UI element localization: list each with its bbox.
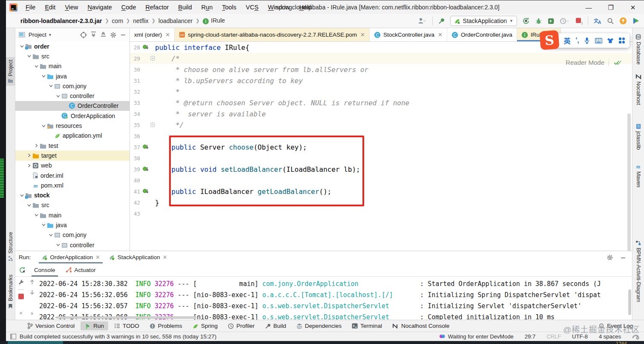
ime-toolbox-icon[interactable] xyxy=(619,38,625,43)
console-settings-wrench-icon[interactable] xyxy=(18,279,24,286)
menu-code[interactable]: Code xyxy=(118,2,140,12)
expand-all-icon[interactable] xyxy=(90,32,97,38)
caret-position[interactable]: 29:7 xyxy=(525,333,535,340)
tree-node-java[interactable]: java xyxy=(15,71,129,81)
translate-icon[interactable]: 文A xyxy=(593,17,602,25)
close-tab-icon[interactable]: ✕ xyxy=(438,32,443,38)
editor-tab[interactable]: COrderController.java xyxy=(447,28,517,41)
tool-stripe-structure[interactable]: Structure xyxy=(6,229,15,263)
impl-icon[interactable] xyxy=(143,166,149,172)
hide-panel-icon[interactable] xyxy=(120,32,126,38)
breadcrumb-item[interactable]: ribbon-loadbalancer-2.3.0.jar xyxy=(20,17,102,24)
minimize-button[interactable]: — xyxy=(578,0,600,14)
code-line-36[interactable]: 36 xyxy=(130,130,632,142)
tree-node-order-iml[interactable]: order.iml xyxy=(15,171,129,180)
menu-vcs[interactable]: VCS xyxy=(242,2,262,12)
close-tab-icon[interactable]: ✕ xyxy=(95,254,100,260)
toolwindow-button-terminal[interactable]: Terminal xyxy=(348,321,386,330)
close-tab-icon[interactable]: ✕ xyxy=(163,254,167,260)
tree-node-web[interactable]: web xyxy=(15,161,129,171)
close-button[interactable]: ✕ xyxy=(622,0,644,14)
ime-microphone-icon[interactable] xyxy=(584,37,590,44)
tree-node-resources[interactable]: resources xyxy=(15,121,129,130)
editor-tab[interactable]: CStockController.java✕ xyxy=(370,28,447,41)
code-line-34[interactable]: 34 * server is available xyxy=(130,108,632,119)
tree-node-order[interactable]: order xyxy=(15,41,129,51)
tree-node-ordercontroller[interactable]: COrderController xyxy=(15,101,129,111)
code-line-29[interactable]: 29 /* xyxy=(130,53,632,64)
console-stop-icon[interactable] xyxy=(18,294,24,299)
project-panel-title[interactable]: Project▼ xyxy=(29,32,52,38)
tool-stripe-jclasslib[interactable]: jclasslib xyxy=(632,121,644,153)
devmode-logo-icon[interactable] xyxy=(632,17,640,25)
tree-node-com-jony[interactable]: com.jony xyxy=(15,81,129,91)
sogou-logo-icon[interactable]: S xyxy=(540,30,560,50)
tree-node-main[interactable]: main xyxy=(15,61,129,71)
tool-stripe-bookmarks[interactable]: Bookmarks xyxy=(6,272,15,311)
settings-gear-icon[interactable] xyxy=(110,32,117,38)
menu-edit[interactable]: Edit xyxy=(41,2,59,12)
tree-node-com-jony[interactable]: com.jony xyxy=(15,230,129,240)
coverage-button[interactable] xyxy=(547,17,555,25)
editor-tab[interactable]: xml (order)✕ xyxy=(130,28,175,41)
menu-file[interactable]: File xyxy=(22,2,39,12)
menu-run[interactable]: Run xyxy=(198,2,217,12)
run-configuration-select[interactable]: StackApplication ▼ xyxy=(450,16,517,26)
toolwindow-button-version-control[interactable]: Version Control xyxy=(23,321,79,330)
breadcrumb-item[interactable]: netflix xyxy=(133,17,149,24)
build-hammer-icon[interactable] xyxy=(438,17,445,25)
toolwindow-button-spring[interactable]: Spring xyxy=(188,321,222,330)
toolwindow-button-nocalhost-console[interactable]: Nocalhost Console xyxy=(388,321,454,330)
scroll-up-icon[interactable] xyxy=(29,279,35,285)
maximize-button[interactable]: ❐ xyxy=(600,0,622,14)
menu-build[interactable]: Build xyxy=(174,2,196,12)
code-line-30[interactable]: 30 * choose one alive server from lb.all… xyxy=(130,64,632,75)
run-button[interactable] xyxy=(522,17,530,25)
menu-navigate[interactable]: Navigate xyxy=(84,2,116,12)
menu-refactor[interactable]: Refactor xyxy=(142,2,173,12)
breadcrumb-item[interactable]: I IRule xyxy=(202,17,225,24)
code-line-32[interactable]: 32 * xyxy=(130,86,632,97)
profiler-button[interactable] xyxy=(560,17,570,25)
reader-mode-toggle[interactable]: Reader Mode xyxy=(566,59,622,66)
console-overflow-left-icon[interactable]: » xyxy=(20,310,23,316)
code-line-40[interactable]: 40 xyxy=(130,175,632,186)
tree-node-java[interactable]: java xyxy=(15,220,129,230)
hide-panel-icon[interactable] xyxy=(620,254,626,261)
stop-button[interactable]: 2 xyxy=(575,17,583,25)
tool-stripe-database[interactable]: Database xyxy=(632,32,644,67)
console-subtab-actuator[interactable]: Actuator xyxy=(60,263,101,277)
rerun-icon[interactable] xyxy=(19,266,26,274)
console-subtab-console[interactable]: Console xyxy=(29,263,60,277)
foldend-icon[interactable] xyxy=(150,122,155,127)
breadcrumb-item[interactable]: com xyxy=(112,17,123,24)
tree-node-src[interactable]: src xyxy=(15,200,129,210)
tool-stripe-nocalhost[interactable]: Nocalhost xyxy=(632,72,644,108)
scroll-down-icon[interactable] xyxy=(29,289,35,295)
code-line-41[interactable]: 41 public ILoadBalancer getLoadBalancer(… xyxy=(130,186,632,197)
tree-node-pom-xml[interactable]: mpom.xml xyxy=(15,180,129,190)
editor-tab[interactable]: <>spring-cloud-starter-alibaba-nacos-dis… xyxy=(175,28,370,41)
search-everywhere-icon[interactable] xyxy=(607,17,614,25)
debug-button[interactable] xyxy=(535,17,542,25)
run-tab-stackapplication[interactable]: StackApplication✕ xyxy=(104,251,172,263)
ime-keyboard-icon[interactable] xyxy=(595,38,602,43)
impl-icon[interactable] xyxy=(143,188,149,194)
toolwindow-toggle-icon[interactable] xyxy=(10,334,16,339)
console-vscrollbar[interactable] xyxy=(628,289,631,315)
ime-language-toggle[interactable]: 英 xyxy=(564,35,570,46)
user-profile-icon[interactable] xyxy=(418,17,427,24)
impl-icon[interactable] xyxy=(143,144,149,150)
status-message[interactable]: Build completed successfully with 3 warn… xyxy=(20,333,216,340)
menu-view[interactable]: View xyxy=(61,2,82,12)
console-overflow-right-icon[interactable]: » xyxy=(31,310,34,316)
tree-node-test[interactable]: test xyxy=(15,141,129,150)
tree-node-stock[interactable]: stock xyxy=(15,190,129,200)
code-line-42[interactable]: 42} xyxy=(130,197,632,208)
code-line-43[interactable]: 43 xyxy=(130,208,632,219)
code-line-33[interactable]: 33 * @return choosen Server object. NULL… xyxy=(130,97,632,108)
toolwindow-button-profiler[interactable]: Profiler xyxy=(224,321,259,330)
tool-stripe-maven[interactable]: mMaven xyxy=(632,161,644,190)
tree-node-src[interactable]: src xyxy=(15,51,129,61)
code-line-31[interactable]: 31 * lb.upServers according to key xyxy=(130,75,632,86)
